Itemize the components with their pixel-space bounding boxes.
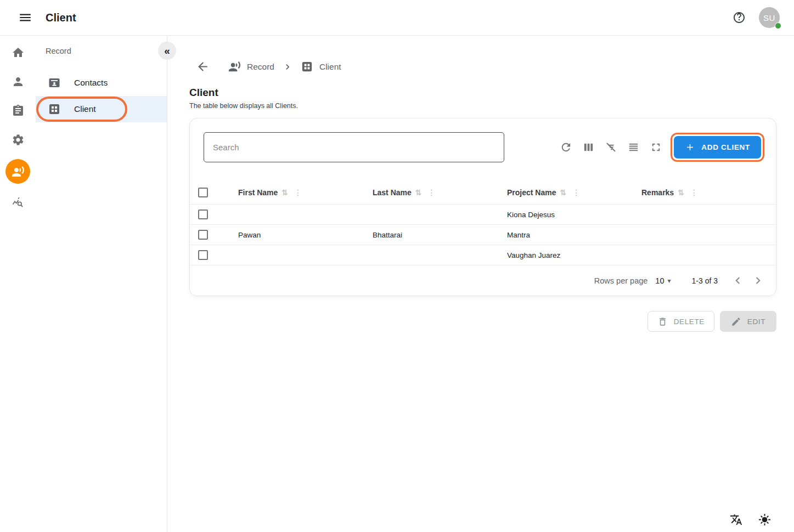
cell-project-name: Kiona Dejesus [507, 211, 641, 219]
cell-project-name: Vaughan Juarez [507, 251, 641, 259]
back-arrow-icon[interactable] [196, 60, 210, 73]
help-icon[interactable] [733, 11, 746, 24]
breadcrumb-label: Client [319, 62, 341, 72]
column-header-remarks[interactable]: Remarks [641, 188, 674, 197]
trash-icon [657, 316, 668, 327]
online-status-dot [775, 22, 781, 29]
translate-icon[interactable] [730, 513, 742, 526]
table-row[interactable]: Kiona Dejesus [190, 205, 776, 225]
grid-table-icon [301, 60, 313, 73]
settings-gear-icon[interactable] [12, 133, 25, 146]
sort-icon[interactable]: ⇅ [415, 188, 422, 197]
breadcrumb-item-record[interactable]: Record [228, 60, 274, 73]
record-actions: DELETE EDIT [189, 311, 776, 332]
delete-label: DELETE [674, 318, 705, 326]
refresh-icon[interactable] [560, 141, 572, 154]
edit-label: EDIT [747, 318, 765, 326]
client-table: First Name ⇅ ⋮ Last Name ⇅ ⋮ Project Nam… [190, 181, 776, 296]
tasks-icon[interactable] [12, 104, 25, 117]
table-pagination: Rows per page 10 ▾ 1-3 of 3 [190, 265, 776, 296]
sort-icon[interactable]: ⇅ [560, 188, 566, 197]
rows-per-page-label: Rows per page [594, 276, 648, 285]
sidebar-section-label: Record [46, 47, 167, 55]
breadcrumb-item-client[interactable]: Client [301, 60, 341, 73]
row-checkbox[interactable] [198, 230, 208, 240]
cell-first-name: Pawan [238, 231, 373, 239]
delete-button[interactable]: DELETE [647, 311, 714, 332]
density-icon[interactable] [627, 141, 640, 154]
page-title: Client [189, 87, 794, 99]
rows-per-page-select[interactable]: 10 ▾ [655, 276, 671, 285]
filter-off-icon[interactable] [605, 141, 617, 154]
add-client-label: ADD CLIENT [701, 143, 750, 151]
topbar: Client SU [0, 0, 794, 36]
row-checkbox[interactable] [198, 210, 208, 219]
column-menu-icon[interactable]: ⋮ [294, 188, 302, 197]
table-header-row: First Name ⇅ ⋮ Last Name ⇅ ⋮ Project Nam… [190, 181, 776, 205]
plus-icon [685, 142, 695, 152]
sidebar-item-label: Contacts [74, 78, 108, 88]
home-icon[interactable] [12, 46, 25, 59]
light-mode-sun-icon[interactable] [758, 513, 771, 526]
cell-project-name: Mantra [507, 231, 641, 239]
table-row[interactable]: Vaughan Juarez [190, 245, 776, 265]
app-title: Client [46, 12, 76, 24]
pagination-range: 1-3 of 3 [692, 276, 718, 285]
main-content: Record Client Client The t [167, 36, 794, 532]
analytics-icon[interactable] [12, 196, 25, 210]
sidebar-item-label: Client [74, 104, 96, 114]
column-menu-icon[interactable]: ⋮ [690, 188, 698, 197]
collapse-sidebar-button[interactable]: « [158, 42, 176, 60]
menu-icon[interactable] [18, 10, 32, 25]
fullscreen-icon[interactable] [650, 141, 662, 154]
edit-button[interactable]: EDIT [720, 311, 776, 332]
search-input[interactable] [204, 132, 504, 162]
sort-icon[interactable]: ⇅ [281, 188, 288, 197]
cell-last-name: Bhattarai [373, 231, 507, 239]
add-client-button[interactable]: ADD CLIENT [674, 136, 761, 159]
client-table-card: ADD CLIENT First Name ⇅ ⋮ Last Name ⇅ ⋮ [189, 118, 776, 296]
icon-rail [0, 36, 36, 532]
sidebar-panel: « Record Contacts C [36, 36, 167, 532]
column-menu-icon[interactable]: ⋮ [428, 188, 436, 197]
columns-icon[interactable] [582, 141, 595, 154]
sidebar-item-contacts[interactable]: Contacts [36, 70, 167, 96]
page-subtitle: The table below displays all Clients. [189, 102, 794, 110]
person-icon[interactable] [12, 75, 25, 88]
sidebar-item-client[interactable]: Client [36, 96, 167, 122]
column-header-last-name[interactable]: Last Name [373, 188, 412, 197]
record-voice-over-icon [12, 165, 25, 178]
previous-page-icon[interactable] [731, 274, 745, 287]
record-section-active-icon[interactable] [5, 159, 30, 184]
select-all-checkbox[interactable] [198, 188, 208, 197]
pencil-icon [731, 316, 741, 327]
dropdown-caret-icon: ▾ [667, 277, 671, 285]
rows-per-page-value: 10 [655, 276, 664, 285]
column-menu-icon[interactable]: ⋮ [572, 188, 580, 197]
chevron-right-icon [282, 61, 293, 72]
column-header-first-name[interactable]: First Name [238, 188, 278, 197]
table-row[interactable]: Pawan Bhattarai Mantra [190, 225, 776, 245]
column-header-project-name[interactable]: Project Name [507, 188, 556, 197]
user-avatar[interactable]: SU [759, 7, 780, 28]
next-page-icon[interactable] [751, 274, 765, 287]
breadcrumb-label: Record [247, 62, 274, 72]
record-voice-over-icon [228, 60, 241, 73]
sort-icon[interactable]: ⇅ [678, 188, 684, 197]
row-checkbox[interactable] [198, 250, 208, 260]
annotation-highlight-ring: ADD CLIENT [671, 133, 764, 162]
breadcrumb: Record Client [189, 60, 794, 73]
grid-table-icon [48, 103, 61, 116]
contacts-icon [48, 76, 61, 89]
